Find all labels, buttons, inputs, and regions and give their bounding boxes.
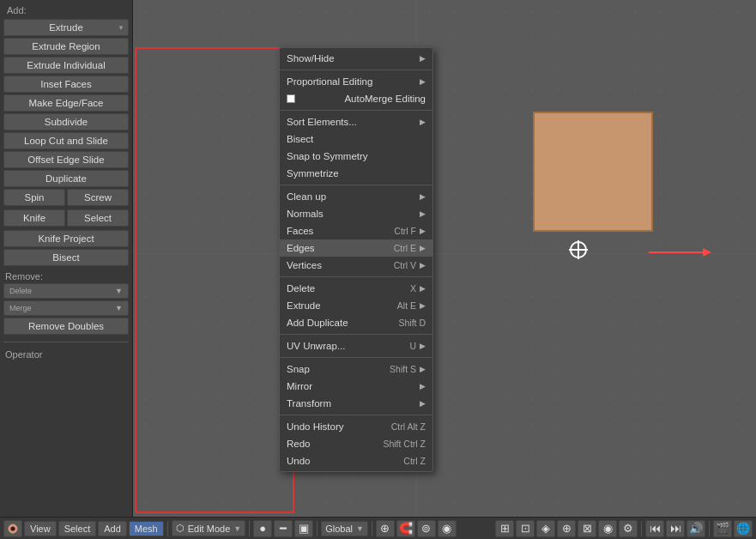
automerge-checkbox[interactable] <box>287 94 295 103</box>
cleanup-arrow: ▶ <box>420 192 426 201</box>
menu-snap[interactable]: Snap Shift S ▶ <box>280 360 432 378</box>
left-panel: Add: Extrude Extrude Region Extrude Indi… <box>0 0 133 539</box>
proportional-toggle-btn[interactable]: ⊚ <box>417 520 436 537</box>
duplicate-btn[interactable]: Duplicate <box>3 170 129 187</box>
viewport-crosshair <box>569 240 588 259</box>
menu-sep-1 <box>280 70 432 70</box>
menu-sep-4 <box>280 276 432 277</box>
add-duplicate-shortcut: Shift D <box>398 318 426 328</box>
delete-dropdown[interactable]: Delete ▼ <box>3 283 129 299</box>
subdivide-btn[interactable]: Subdivide <box>3 113 129 130</box>
render-btn-4[interactable]: ⊕ <box>557 520 576 537</box>
view-btn[interactable]: View <box>24 521 57 536</box>
3d-cube <box>533 112 653 232</box>
merge-dropdown[interactable]: Merge ▼ <box>3 300 129 316</box>
blender-icon <box>8 523 18 535</box>
vertices-arrow: ▶ <box>420 261 426 270</box>
screw-btn[interactable]: Screw <box>67 189 129 206</box>
edit-mode-icon: ⬡ <box>176 523 184 534</box>
menu-transform[interactable]: Transform ▶ <box>280 395 432 412</box>
add-btn[interactable]: Add <box>98 521 127 536</box>
viewport[interactable]: Show/Hide ▶ Proportional Editing ▶ AutoM… <box>133 0 756 539</box>
menu-extrude[interactable]: Extrude Alt E ▶ <box>280 297 432 314</box>
menu-proportional-editing[interactable]: Proportional Editing ▶ <box>280 73 432 90</box>
menu-vertices[interactable]: Vertices Ctrl V ▶ <box>280 257 432 274</box>
bisect-btn[interactable]: Bisect <box>3 249 129 266</box>
menu-normals[interactable]: Normals ▶ <box>280 205 432 222</box>
blender-icon-btn[interactable] <box>3 520 22 537</box>
scene-btn[interactable]: 🎬 <box>713 520 732 537</box>
make-edge-face-btn[interactable]: Make Edge/Face <box>3 94 129 112</box>
menu-add-duplicate[interactable]: Add Duplicate Shift D <box>280 314 432 331</box>
transform-arrow: ▶ <box>420 399 426 408</box>
world-btn[interactable]: 🌐 <box>734 520 753 537</box>
faces-arrow: ▶ <box>420 227 426 235</box>
menu-sep-5 <box>280 334 432 335</box>
timeline-btn-2[interactable]: ⏭ <box>666 520 685 537</box>
vertices-shortcut: Ctrl V <box>394 260 416 270</box>
undo-history-shortcut: Ctrl Alt Z <box>391 421 426 432</box>
context-menu-border-highlight <box>135 47 294 513</box>
faces-shortcut: Ctrl F <box>394 226 416 236</box>
menu-automerge[interactable]: AutoMerge Editing <box>280 90 432 107</box>
render-btn-6[interactable]: ◉ <box>598 520 617 537</box>
vertex-select-btn[interactable]: ● <box>253 520 272 537</box>
offset-edge-btn[interactable]: Offset Edge Slide <box>3 151 129 168</box>
snap-toggle-btn[interactable]: 🧲 <box>396 520 415 537</box>
render-btn-1[interactable]: ⊞ <box>495 520 514 537</box>
extrude-individual-btn[interactable]: Extrude Individual <box>3 57 129 74</box>
menu-delete[interactable]: Delete X ▶ <box>280 280 432 297</box>
render-btn-3[interactable]: ◈ <box>536 520 555 537</box>
x-axis-arrow <box>649 251 705 253</box>
timeline-btn-1[interactable]: ⏮ <box>645 520 664 537</box>
menu-sep-6 <box>280 357 432 358</box>
menu-snap-symmetry[interactable]: Snap to Symmetry <box>280 148 432 165</box>
mesh-btn[interactable]: Mesh <box>129 521 164 536</box>
menu-sep-7 <box>280 415 432 415</box>
menu-bisect[interactable]: Bisect <box>280 130 432 148</box>
render-btn-7[interactable]: ⚙ <box>619 520 638 537</box>
select-btn[interactable]: Select <box>67 209 129 227</box>
global-select[interactable]: Global ▼ <box>321 521 368 536</box>
menu-undo-history[interactable]: Undo History Ctrl Alt Z <box>280 418 432 435</box>
menu-redo[interactable]: Redo Shift Ctrl Z <box>280 435 432 452</box>
uv-arrow: ▶ <box>420 342 426 350</box>
viewport-h-line <box>133 253 756 254</box>
toolbar-sep-3 <box>317 521 318 536</box>
spin-btn[interactable]: Spin <box>3 189 65 206</box>
menu-faces[interactable]: Faces Ctrl F ▶ <box>280 222 432 239</box>
extrude-dropdown[interactable]: Extrude <box>3 19 129 36</box>
knife-btn[interactable]: Knife <box>3 209 65 227</box>
loop-cut-btn[interactable]: Loop Cut and Slide <box>3 132 129 149</box>
extrude-arrow: ▶ <box>420 301 426 310</box>
menu-edges[interactable]: Edges Ctrl E ▶ <box>280 239 432 257</box>
render-btn-5[interactable]: ⊠ <box>578 520 596 537</box>
knife-project-btn[interactable]: Knife Project <box>3 230 129 247</box>
menu-show-hide[interactable]: Show/Hide ▶ <box>280 50 432 67</box>
face-select-btn[interactable]: ▣ <box>294 520 313 537</box>
timeline-btn-3[interactable]: 🔊 <box>686 520 705 537</box>
sort-elements-arrow: ▶ <box>420 118 426 126</box>
proportional-arrow: ▶ <box>420 77 426 86</box>
menu-sort-elements[interactable]: Sort Elements... ▶ <box>280 113 432 130</box>
global-arrow: ▼ <box>356 524 364 533</box>
menu-undo[interactable]: Undo Ctrl Z <box>280 452 432 469</box>
view-3d-btn[interactable]: ⊕ <box>376 520 395 537</box>
toolbar-sep-5 <box>641 521 642 536</box>
inset-faces-btn[interactable]: Inset Faces <box>3 76 129 93</box>
remove-doubles-btn[interactable]: Remove Doubles <box>3 318 129 335</box>
proportional-connected-btn[interactable]: ◉ <box>438 520 457 537</box>
menu-uv-unwrap[interactable]: UV Unwrap... U ▶ <box>280 337 432 354</box>
render-btn-2[interactable]: ⊡ <box>516 520 535 537</box>
extrude-region-btn[interactable]: Extrude Region <box>3 38 129 55</box>
edit-mode-select[interactable]: ⬡ Edit Mode ▼ <box>172 520 245 536</box>
select-toolbar-btn[interactable]: Select <box>58 521 97 536</box>
svg-point-1 <box>10 526 15 530</box>
menu-symmetrize[interactable]: Symmetrize <box>280 165 432 182</box>
menu-sep-3 <box>280 185 432 185</box>
menu-mirror[interactable]: Mirror ▶ <box>280 378 432 395</box>
edge-select-btn[interactable]: ━ <box>274 520 293 537</box>
edit-mode-arrow: ▼ <box>233 524 241 533</box>
toolbar-sep-1 <box>167 521 168 536</box>
menu-cleanup[interactable]: Clean up ▶ <box>280 188 432 205</box>
